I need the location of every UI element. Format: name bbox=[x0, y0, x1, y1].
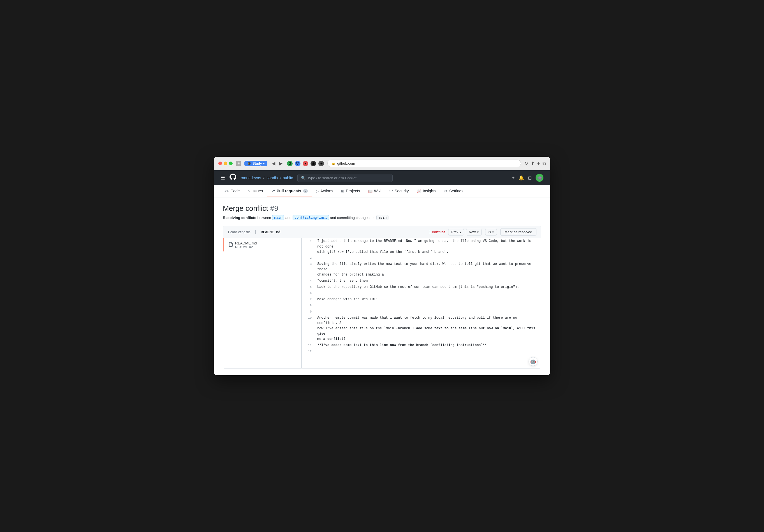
browser-chrome: ⊞ 🎓 Study ▾ ◀ ▶ G 🛡 ● ◉ ◈ 🔒 github.com ↻… bbox=[214, 157, 550, 170]
pr-count-badge: 2 bbox=[303, 189, 308, 193]
copilot-float-button[interactable]: 🤖 bbox=[529, 357, 537, 366]
chevron-up-icon: ▴ bbox=[459, 230, 461, 234]
inbox-icon[interactable]: ⊡ bbox=[528, 175, 532, 181]
conflict-sidebar: README.md README.md bbox=[223, 238, 301, 368]
next-label: Next bbox=[469, 230, 476, 234]
nav-projects-label: Projects bbox=[346, 189, 360, 193]
bell-icon[interactable]: 🔔 bbox=[518, 175, 524, 181]
line-num-7: 7 bbox=[301, 297, 315, 302]
close-button[interactable] bbox=[218, 162, 222, 165]
minimize-button[interactable] bbox=[224, 162, 227, 165]
repo-owner-link[interactable]: monadevos bbox=[241, 176, 261, 180]
forward-button[interactable]: ▶ bbox=[278, 160, 284, 167]
back-button[interactable]: ◀ bbox=[271, 160, 276, 167]
code-line-10: 10 Another remote commit was made that i… bbox=[301, 315, 541, 342]
line-content-5[interactable]: back to the repository on GitHub so the … bbox=[315, 284, 541, 290]
nav-issues[interactable]: ○ Issues bbox=[244, 185, 267, 197]
nav-pull-requests[interactable]: ⎇ Pull requests 2 bbox=[267, 185, 312, 197]
code-line-3: 3 Saving the file simply writes the new … bbox=[301, 261, 541, 278]
between-label: between bbox=[257, 215, 271, 220]
line-content-7[interactable]: Make changes with the Web IDE! bbox=[315, 297, 541, 302]
conflict-editor-body: README.md README.md 1 I just added this … bbox=[223, 238, 541, 368]
line-num-9: 9 bbox=[301, 309, 315, 315]
line-content-10[interactable]: Another remote commit was made that i wa… bbox=[315, 315, 541, 342]
file-icon bbox=[228, 242, 233, 248]
next-conflict-button[interactable]: Next ▾ bbox=[466, 229, 482, 235]
line-content-2[interactable] bbox=[315, 255, 541, 261]
nav-projects[interactable]: ⊞ Projects bbox=[337, 185, 364, 197]
line-num-8: 8 bbox=[301, 303, 315, 308]
line-content-9[interactable] bbox=[315, 309, 541, 315]
nav-insights[interactable]: 📈 Insights bbox=[413, 185, 440, 197]
github-search[interactable]: 🔍 Type / to search or ask Copilot bbox=[297, 174, 393, 182]
line-content-4[interactable]: "commit"), then send them bbox=[315, 278, 541, 284]
extension-icon-3: ◈ bbox=[318, 161, 324, 166]
line-content-1[interactable]: I just added this message to the README.… bbox=[315, 238, 541, 255]
nav-insights-label: Insights bbox=[423, 189, 436, 193]
projects-icon: ⊞ bbox=[341, 189, 344, 193]
refresh-button[interactable]: ↻ bbox=[524, 161, 528, 166]
gear-button[interactable]: ⚙ ▾ bbox=[485, 229, 497, 235]
mark-resolved-button[interactable]: Mark as resolved bbox=[500, 228, 536, 236]
conflict-editor: 1 conflicting file | README.md 1 conflic… bbox=[223, 226, 541, 368]
line-content-12[interactable] bbox=[315, 348, 541, 354]
line-content-11[interactable]: **I've added some text to this line now … bbox=[315, 342, 541, 348]
study-badge[interactable]: 🎓 Study ▾ bbox=[244, 161, 268, 166]
code-line-6: 6 bbox=[301, 290, 541, 297]
extension-icon-1: ● bbox=[303, 161, 308, 166]
address-bar[interactable]: 🔒 github.com bbox=[327, 160, 521, 167]
line-content-3[interactable]: Saving the file simply writes the new te… bbox=[315, 261, 541, 278]
extension-icon-2: ◉ bbox=[310, 161, 316, 166]
tab-bar-icon[interactable]: ⊞ bbox=[236, 161, 241, 166]
share-button[interactable]: ⬆ bbox=[531, 161, 534, 166]
code-line-5: 5 back to the repository on GitHub so th… bbox=[301, 284, 541, 290]
header-actions: + 🔔 ⊡ 👾 bbox=[512, 174, 543, 182]
line-num-10: 10 bbox=[301, 315, 315, 321]
browser-extensions: G 🛡 ● ◉ ◈ bbox=[287, 161, 324, 166]
repo-path: monadevos / sandbox-public bbox=[241, 176, 293, 180]
user-avatar[interactable]: 👾 bbox=[536, 174, 543, 182]
github-logo bbox=[230, 174, 236, 182]
sidebar-file-info: README.md README.md bbox=[235, 241, 257, 249]
pr-icon: ⎇ bbox=[271, 189, 275, 193]
browser-window: ⊞ 🎓 Study ▾ ◀ ▶ G 🛡 ● ◉ ◈ 🔒 github.com ↻… bbox=[214, 157, 550, 375]
tabs-button[interactable]: ⧉ bbox=[543, 161, 546, 166]
nav-actions[interactable]: ▷ Actions bbox=[312, 185, 337, 197]
line-num-6: 6 bbox=[301, 290, 315, 296]
pr-title: Merge conflict #9 bbox=[223, 204, 541, 213]
arrow: → bbox=[371, 215, 375, 220]
line-content-8[interactable] bbox=[315, 303, 541, 309]
github-page: ☰ monadevos / sandbox-public 🔍 Type / to… bbox=[214, 170, 550, 375]
repo-name-link[interactable]: sandbox-public bbox=[267, 176, 293, 180]
path-separator: / bbox=[263, 176, 264, 180]
nav-security-label: Security bbox=[395, 189, 409, 193]
nav-settings[interactable]: ⚙ Settings bbox=[440, 185, 468, 197]
url-text: github.com bbox=[337, 161, 355, 166]
lock-icon: 🔒 bbox=[331, 162, 335, 165]
search-placeholder: Type / to search or ask Copilot bbox=[307, 176, 356, 180]
prev-label: Prev bbox=[451, 230, 458, 234]
new-tab-button[interactable]: + bbox=[537, 161, 540, 166]
conflicting-files-count: 1 conflicting file bbox=[228, 230, 251, 234]
nav-security[interactable]: 🛡 Security bbox=[385, 185, 413, 197]
code-line-7: 7 Make changes with the Web IDE! bbox=[301, 297, 541, 303]
conflict-nav: Prev ▴ Next ▾ bbox=[448, 229, 481, 235]
resolving-label: Resolving conflicts bbox=[223, 215, 256, 220]
nav-code[interactable]: <> Code bbox=[221, 185, 244, 197]
shield-icon: 🛡 bbox=[295, 161, 300, 166]
code-line-4: 4 "commit"), then send them bbox=[301, 278, 541, 284]
plus-icon[interactable]: + bbox=[512, 175, 514, 180]
traffic-lights bbox=[218, 162, 233, 165]
hamburger-menu[interactable]: ☰ bbox=[221, 175, 225, 181]
line-num-12: 12 bbox=[301, 348, 315, 354]
prev-conflict-button[interactable]: Prev ▴ bbox=[448, 229, 464, 235]
line-content-6[interactable] bbox=[315, 290, 541, 296]
nav-wiki-label: Wiki bbox=[374, 189, 381, 193]
sidebar-file-path: README.md bbox=[235, 245, 257, 249]
security-icon: 🛡 bbox=[389, 189, 393, 193]
maximize-button[interactable] bbox=[229, 162, 233, 165]
sidebar-file-item[interactable]: README.md README.md bbox=[223, 238, 301, 251]
code-line-1: 1 I just added this message to the READM… bbox=[301, 238, 541, 255]
conflict-code: 1 I just added this message to the READM… bbox=[301, 238, 541, 368]
nav-wiki[interactable]: 📖 Wiki bbox=[364, 185, 385, 197]
